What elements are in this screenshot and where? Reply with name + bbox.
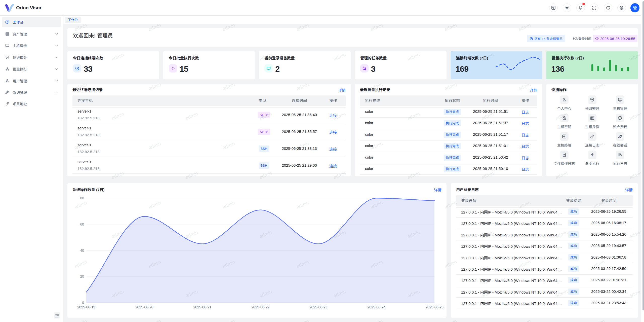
svg-text:0: 0 [82, 301, 84, 305]
svg-text:80: 80 [80, 196, 84, 200]
svg-text:2025-06-23: 2025-06-23 [309, 305, 328, 309]
svg-text:60: 60 [80, 222, 84, 226]
svg-text:2025-06-21: 2025-06-21 [193, 305, 211, 309]
svg-text:2025-06-20: 2025-06-20 [135, 305, 153, 309]
svg-text:40: 40 [80, 248, 84, 253]
svg-text:2025-06-24: 2025-06-24 [367, 305, 385, 309]
svg-text:2025-06-19: 2025-06-19 [77, 305, 95, 309]
svg-text:2025-06-22: 2025-06-22 [251, 305, 269, 309]
svg-text:{ }: { } [172, 67, 174, 70]
svg-text:20: 20 [80, 274, 84, 278]
svg-text:2025-06-25: 2025-06-25 [425, 305, 444, 309]
